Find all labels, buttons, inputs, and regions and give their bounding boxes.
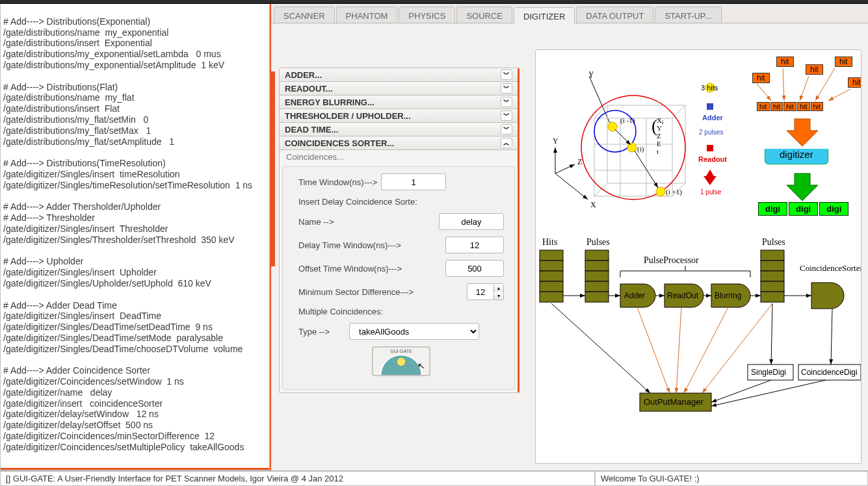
digitizer-box: digitizer xyxy=(765,149,828,164)
tab-source[interactable]: SOURCE xyxy=(456,6,512,23)
svg-text:E: E xyxy=(657,140,661,147)
svg-line-90 xyxy=(551,303,650,393)
cursor-icon: ↖ xyxy=(417,360,427,372)
svg-text:i: i xyxy=(662,119,664,125)
code-text: # Add----> Distributions(Exponential) /g… xyxy=(3,16,252,452)
status-left: [] GUI-GATE: A User-Friendly Interface f… xyxy=(0,471,595,486)
svg-line-94 xyxy=(711,380,826,406)
hit-box: hit xyxy=(806,64,823,75)
accordion-label: READOUT... xyxy=(285,84,333,94)
accordion-label: DEAD TIME... xyxy=(285,125,338,134)
min-sector-up[interactable]: ▲ xyxy=(494,284,503,292)
svg-text:ReadOut: ReadOut xyxy=(667,291,699,300)
svg-rect-70 xyxy=(761,292,784,302)
svg-text:1 pulse: 1 pulse xyxy=(700,188,722,196)
digitizer-accordion: ADDER...︾READOUT...︾ENERGY BLURRING...︾T… xyxy=(279,68,519,393)
hit-box: hit xyxy=(811,102,824,111)
svg-line-87 xyxy=(676,307,681,393)
main-tabs: SCANNERPHANTOMPHYSICSSOURCEDIGITIZERDATA… xyxy=(271,4,868,23)
chevron-down-icon: ︾ xyxy=(501,124,512,134)
svg-rect-65 xyxy=(585,292,609,302)
run-gui-gate-button[interactable]: ↖ xyxy=(372,346,430,376)
multiple-label: Multiple Coincidences: xyxy=(298,307,383,316)
chevron-down-icon: ︾ xyxy=(501,83,512,94)
min-sector-label: Minimum Sector Difference---> xyxy=(298,287,414,297)
chevron-down-icon: ︾ xyxy=(501,97,512,107)
tab-digitizer[interactable]: DIGITIZER xyxy=(514,7,575,23)
accordion-header[interactable]: COINCIDENCES SORTER...︽ xyxy=(280,136,518,150)
svg-text:Pulses: Pulses xyxy=(586,237,610,247)
svg-text:(i +1): (i +1) xyxy=(666,188,682,196)
accordion-header[interactable]: DEAD TIME...︾ xyxy=(280,123,518,136)
digi-box: digi xyxy=(789,202,818,216)
svg-text:SingleDigi: SingleDigi xyxy=(751,368,786,377)
svg-text:CoincidenceDigi: CoincidenceDigi xyxy=(801,368,858,377)
accordion-header[interactable]: ENERGY BLURRING...︾ xyxy=(280,96,518,109)
svg-text:PulseProcessor: PulseProcessor xyxy=(644,255,699,265)
svg-rect-36 xyxy=(707,103,713,110)
svg-point-14 xyxy=(627,143,637,152)
svg-line-4 xyxy=(594,183,607,196)
delay-window-input[interactable] xyxy=(445,237,504,253)
svg-rect-68 xyxy=(761,271,784,281)
hit-box: hit xyxy=(776,57,794,67)
svg-rect-57 xyxy=(540,261,563,271)
svg-text:X: X xyxy=(590,200,596,209)
svg-text:Hits: Hits xyxy=(542,237,557,247)
status-right: Welcome To GUI-GATE! :) xyxy=(595,471,868,486)
svg-line-3 xyxy=(672,105,685,118)
svg-text:t: t xyxy=(657,147,659,155)
time-window-input[interactable] xyxy=(381,173,446,190)
tab-physics[interactable]: PHYSICS xyxy=(399,6,455,23)
svg-text:2 pulses: 2 pulses xyxy=(699,129,723,136)
macro-code-panel[interactable]: # Add----> Distributions(Exponential) /g… xyxy=(0,4,270,470)
hit-box: hit xyxy=(835,57,852,67)
svg-line-16 xyxy=(615,129,631,145)
svg-rect-56 xyxy=(540,250,563,261)
hit-box: hit xyxy=(757,102,770,111)
svg-line-92 xyxy=(831,309,832,364)
svg-text:Adder: Adder xyxy=(702,114,724,122)
svg-text:Z: Z xyxy=(577,157,582,166)
svg-text:Adder: Adder xyxy=(624,291,645,300)
tab-scanner[interactable]: SCANNER xyxy=(274,6,335,23)
svg-text:Z: Z xyxy=(657,132,661,140)
time-window-label: Time Window(ns)---> xyxy=(298,177,377,187)
svg-line-93 xyxy=(711,380,771,402)
tab-phantom[interactable]: PHANTOM xyxy=(336,6,398,23)
name-label: Name --> xyxy=(298,217,334,227)
svg-text:(i): (i) xyxy=(637,145,644,153)
accordion-header[interactable]: READOUT...︾ xyxy=(280,82,518,96)
delay-window-label: Delay Time Window(ns)---> xyxy=(298,240,401,250)
digitizer-diagram: γ xyxy=(535,49,861,464)
accordion-header[interactable]: ADDER...︾ xyxy=(280,68,518,82)
min-sector-down[interactable]: ▼ xyxy=(494,292,503,300)
svg-marker-42 xyxy=(704,176,717,185)
svg-text:3 hits: 3 hits xyxy=(701,84,718,92)
svg-rect-63 xyxy=(585,271,609,281)
name-input[interactable] xyxy=(439,213,504,230)
type-select[interactable]: takeAllGoods xyxy=(349,323,479,340)
svg-rect-64 xyxy=(585,281,609,292)
svg-marker-41 xyxy=(706,170,714,176)
svg-line-88 xyxy=(684,307,728,393)
tab-data-output[interactable]: DATA OUTPUT xyxy=(576,6,653,23)
accordion-label: ENERGY BLURRING... xyxy=(285,97,375,107)
accordion-label: ADDER... xyxy=(285,70,322,80)
insert-delay-label: Insert Delay Coincidence Sorte: xyxy=(298,197,417,207)
accordion-header[interactable]: THRESHOLDER / UPHOLDER...︾ xyxy=(280,109,518,123)
coincidences-subtitle: Coincidences... xyxy=(280,150,518,164)
hit-box: hit xyxy=(752,73,770,83)
svg-rect-58 xyxy=(540,271,563,281)
svg-rect-39 xyxy=(707,145,713,151)
svg-text:Readout: Readout xyxy=(698,155,727,163)
svg-rect-62 xyxy=(585,261,609,271)
svg-marker-49 xyxy=(787,119,818,146)
tab-start-up-[interactable]: START-UP... xyxy=(655,6,721,23)
min-sector-input[interactable] xyxy=(467,283,494,300)
hit-box: hit xyxy=(770,102,783,111)
svg-rect-67 xyxy=(761,261,784,271)
svg-rect-66 xyxy=(761,250,784,261)
status-bar: [] GUI-GATE: A User-Friendly Interface f… xyxy=(0,470,868,486)
offset-window-input[interactable] xyxy=(445,260,504,277)
